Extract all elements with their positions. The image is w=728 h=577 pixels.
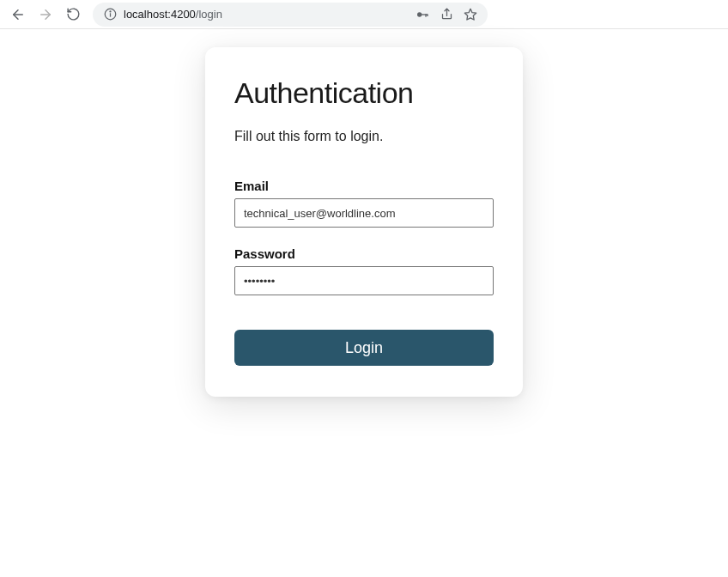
page-subtitle: Fill out this form to login. <box>234 129 494 144</box>
password-group: Password <box>234 246 494 295</box>
arrow-right-icon <box>38 7 53 22</box>
email-label: Email <box>234 179 494 193</box>
bookmark-star-icon[interactable] <box>464 8 477 21</box>
email-group: Email <box>234 179 494 228</box>
address-bar[interactable]: localhost:4200/login <box>93 3 488 27</box>
share-icon[interactable] <box>440 8 453 21</box>
password-label: Password <box>234 246 494 261</box>
reload-icon <box>66 7 81 21</box>
page-content: Authentication Fill out this form to log… <box>0 29 728 577</box>
email-input[interactable] <box>234 198 494 228</box>
key-icon[interactable] <box>416 8 429 21</box>
site-info-icon[interactable] <box>103 8 117 21</box>
svg-point-5 <box>417 12 422 16</box>
password-input[interactable] <box>234 266 494 295</box>
svg-rect-8 <box>427 14 428 16</box>
svg-marker-10 <box>464 9 476 20</box>
browser-toolbar: localhost:4200/login <box>0 0 728 29</box>
svg-rect-6 <box>422 14 428 15</box>
svg-point-4 <box>110 11 111 12</box>
login-button[interactable]: Login <box>234 330 494 366</box>
login-card: Authentication Fill out this form to log… <box>205 47 523 397</box>
back-button[interactable] <box>7 3 29 26</box>
arrow-left-icon <box>10 7 26 22</box>
url-host: localhost:4200 <box>124 8 196 21</box>
forward-button[interactable] <box>34 3 57 26</box>
url-path: /login <box>196 8 222 21</box>
reload-button[interactable] <box>62 3 84 26</box>
svg-rect-7 <box>425 14 426 16</box>
url-text: localhost:4200/login <box>124 8 409 21</box>
page-title: Authentication <box>234 76 494 110</box>
